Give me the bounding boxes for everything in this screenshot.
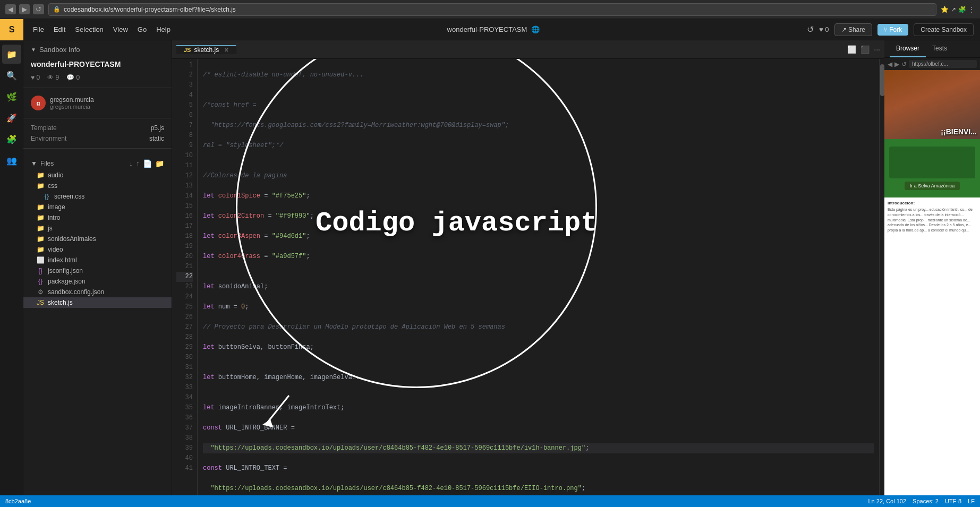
code-editor[interactable]: Codigo javascript 1 2 3 4 5 6 7 8 9 10 1… (172, 59, 884, 507)
browser-preview-url[interactable]: https://olbef.c... (909, 60, 977, 68)
refresh-button[interactable]: ↺ (807, 24, 814, 35)
html-file-icon: ⬜ (36, 256, 45, 264)
avatar: g (31, 96, 46, 110)
json-file-icon: {} (36, 278, 45, 285)
back-button[interactable]: ◀ (5, 4, 16, 14)
browser-back-icon[interactable]: ◀ (888, 61, 892, 68)
file-name: intro (48, 214, 60, 221)
address-bar[interactable]: 🔒 codesandbox.io/s/wonderful-proyectasm-… (48, 3, 936, 16)
folder-icon: 📁 (36, 235, 45, 243)
folder-icon: 📁 (36, 182, 45, 190)
tab-tests[interactable]: Tests (926, 40, 953, 57)
menu-selection[interactable]: Selection (71, 23, 107, 36)
share-button[interactable]: ↗ Share (834, 23, 872, 36)
file-download-icon[interactable]: ↓ (129, 159, 133, 168)
file-new-icon[interactable]: 📄 (143, 159, 152, 168)
activity-files-icon[interactable]: 📁 (2, 45, 21, 64)
file-name: audio (48, 171, 63, 179)
tab-sketch-js[interactable]: JS sketch.js × (176, 45, 236, 54)
intro-title: Introducción: (888, 201, 977, 205)
list-item[interactable]: 📁 js (23, 223, 172, 234)
template-value: p5.js (151, 124, 164, 132)
preview-mid-img (889, 147, 975, 178)
more-options-icon[interactable]: ··· (874, 45, 880, 54)
config-file-icon: ⚙ (36, 288, 45, 296)
list-item[interactable]: 📁 sonidosAnimales (23, 234, 172, 244)
tab-label: sketch.js (194, 46, 219, 54)
menu-help[interactable]: Help (152, 23, 175, 36)
folder-icon: 📁 (36, 171, 45, 179)
file-name: index.html (48, 256, 77, 264)
forward-button[interactable]: ▶ (19, 4, 30, 14)
list-item[interactable]: {} screen.css (23, 191, 172, 202)
file-name: video (48, 246, 63, 253)
sidebar-header-label: Sandbox Info (39, 46, 80, 54)
commit-hash: 8cb2aa8e (5, 498, 31, 504)
files-header-left: ▼ Files (31, 160, 54, 167)
folder-new-icon[interactable]: 📁 (155, 159, 164, 168)
files-header: ▼ Files ↓ ↑ 📄 📁 (23, 157, 172, 170)
list-item[interactable]: 📁 audio (23, 170, 172, 181)
sandbox-name: wonderful-PROYECTASM (23, 57, 172, 72)
list-item[interactable]: {} jsconfig.json (23, 265, 172, 276)
list-item[interactable]: ⬜ index.html (23, 255, 172, 265)
reload-button[interactable]: ↺ (33, 4, 44, 14)
app-header: S File Edit Selection View Go Help wonde… (0, 19, 980, 40)
sidebar: ▼ Sandbox Info wonderful-PROYECTASM ♥ 0 … (23, 40, 172, 507)
list-item[interactable]: 📁 css (23, 181, 172, 191)
create-sandbox-button[interactable]: Create Sandbox (914, 23, 974, 36)
status-bar: 8cb2aa8e Ln 22, Col 102 Spaces: 2 UTF-8 … (0, 495, 980, 507)
activity-extensions-icon[interactable]: 🧩 (2, 130, 21, 149)
environment-meta: Environment static (23, 133, 172, 144)
list-item[interactable]: ⚙ sandbox.config.json (23, 287, 172, 297)
list-item[interactable]: 📁 video (23, 244, 172, 255)
file-name: sandbox.config.json (48, 288, 104, 296)
activity-deploy-icon[interactable]: 🚀 (2, 108, 21, 127)
line-ending-info: LF (968, 498, 975, 504)
list-item[interactable]: {} package.json (23, 276, 172, 287)
encoding-info: UTF-8 (945, 498, 961, 504)
fullscreen-icon[interactable]: ⬛ (860, 45, 870, 54)
tab-close-icon[interactable]: × (224, 46, 228, 54)
file-name: js (48, 225, 53, 232)
file-name: sketch.js (48, 299, 73, 306)
title-globe-icon: 🌐 (531, 25, 540, 33)
menu-go[interactable]: Go (133, 23, 151, 36)
browser-refresh-icon[interactable]: ↺ (901, 61, 907, 68)
preview-description-area: Introducción: Esta página es un proy... … (884, 197, 980, 496)
files-label: Files (40, 160, 54, 167)
list-item[interactable]: JS sketch.js (23, 297, 172, 308)
intro-text: Esta página es un proy... educación infa… (888, 207, 977, 233)
folder-icon: 📁 (36, 214, 45, 221)
menu-file[interactable]: File (29, 23, 48, 36)
ir-selva-button[interactable]: Ir a Selva Amazónica (905, 182, 960, 190)
like-button[interactable]: ♥ 0 (819, 25, 829, 33)
comments-stat: 💬 0 (66, 74, 80, 81)
file-name: sonidosAnimales (48, 235, 96, 243)
template-label: Template (31, 124, 57, 132)
file-upload-icon[interactable]: ↑ (136, 159, 140, 168)
js-file-icon: JS (36, 299, 45, 306)
list-item[interactable]: 📁 image (23, 202, 172, 212)
editor-top-icons: ⬜ ⬛ ··· (847, 45, 880, 54)
user-info: g gregson.murcia gregson.murcia (23, 92, 172, 114)
environment-label: Environment (31, 135, 66, 142)
activity-search-icon[interactable]: 🔍 (2, 66, 21, 85)
activity-git-icon[interactable]: 🌿 (2, 87, 21, 106)
scrollbar[interactable] (879, 59, 884, 507)
tab-browser[interactable]: Browser (890, 40, 926, 57)
activity-users-icon[interactable]: 👥 (2, 151, 21, 170)
sidebar-divider-2 (23, 118, 172, 118)
title-text: wonderful-PROYECTASM (447, 25, 527, 33)
split-editor-icon[interactable]: ⬜ (847, 45, 856, 54)
views-stat: 👁 9 (47, 74, 59, 81)
editor-top-bar: JS sketch.js × ⬜ ⬛ ··· (172, 40, 884, 59)
menu-view[interactable]: View (109, 23, 132, 36)
code-content[interactable]: /* eslint-disable no-undef, no-unused-v.… (198, 59, 879, 507)
menu-edit[interactable]: Edit (49, 23, 70, 36)
fork-button[interactable]: ⑂ Fork (877, 24, 908, 36)
main-layout: 📁 🔍 🌿 🚀 🧩 👥 ▼ Sandbox Info wonderful-PRO… (0, 40, 980, 507)
list-item[interactable]: 📁 intro (23, 212, 172, 223)
browser-forward-icon[interactable]: ▶ (894, 61, 899, 68)
browser-extensions: ⭐↗🧩⋮ (941, 6, 975, 13)
